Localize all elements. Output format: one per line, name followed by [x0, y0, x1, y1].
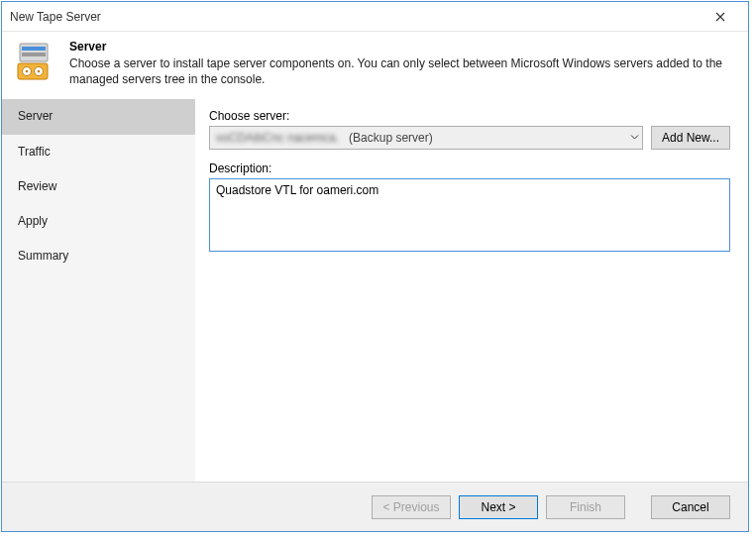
svg-rect-2 [22, 53, 46, 56]
next-button[interactable]: Next > [459, 495, 538, 519]
button-label: Cancel [672, 500, 708, 514]
sidebar-item-server[interactable]: Server [2, 99, 195, 134]
server-value-suffix: (Backup server) [349, 131, 433, 145]
sidebar-item-label: Traffic [18, 145, 51, 159]
sidebar-item-label: Summary [18, 249, 68, 263]
tape-server-icon [14, 40, 57, 83]
page-description: Choose a server to install tape server c… [69, 55, 736, 87]
server-dropdown[interactable]: voCDAibCnc nacemca. (Backup server) [209, 126, 643, 150]
server-select-wrap: voCDAibCnc nacemca. (Backup server) [209, 126, 643, 150]
button-label: < Previous [382, 500, 439, 514]
wizard-footer: < Previous Next > Finish Cancel [2, 482, 748, 531]
wizard-body: Server Traffic Review Apply Summary Choo… [2, 99, 748, 482]
svg-rect-1 [22, 47, 46, 51]
window-title: New Tape Server [10, 10, 701, 24]
button-label: Finish [570, 500, 601, 514]
button-label: Next > [481, 500, 515, 514]
sidebar-item-apply[interactable]: Apply [2, 204, 195, 239]
button-label: Add New... [662, 131, 719, 145]
sidebar-item-review[interactable]: Review [2, 169, 195, 204]
description-input[interactable]: Quadstore VTL for oameri.com [209, 178, 730, 252]
chevron-down-icon [630, 134, 639, 143]
wizard-content: Choose server: voCDAibCnc nacemca. (Back… [195, 99, 748, 482]
wizard-sidebar: Server Traffic Review Apply Summary [2, 99, 195, 482]
sidebar-item-label: Review [18, 179, 56, 193]
header-text: Server Choose a server to install tape s… [69, 40, 736, 87]
sidebar-item-traffic[interactable]: Traffic [2, 135, 195, 169]
add-new-button[interactable]: Add New... [651, 126, 730, 150]
svg-point-6 [26, 70, 29, 73]
sidebar-item-label: Apply [18, 214, 48, 228]
wizard-header: Server Choose a server to install tape s… [2, 32, 748, 99]
choose-server-label: Choose server: [209, 109, 730, 123]
previous-button: < Previous [372, 495, 451, 519]
finish-button: Finish [546, 495, 625, 519]
sidebar-item-summary[interactable]: Summary [2, 239, 195, 273]
titlebar: New Tape Server [2, 2, 748, 32]
close-button[interactable] [701, 3, 740, 31]
server-value-obscured: voCDAibCnc nacemca. [216, 131, 339, 145]
svg-point-7 [38, 70, 41, 73]
wizard-window: New Tape Server Server Choose a server t… [1, 1, 749, 532]
close-icon [715, 9, 725, 25]
page-title: Server [69, 40, 736, 54]
description-label: Description: [209, 162, 730, 175]
sidebar-item-label: Server [18, 109, 53, 123]
cancel-button[interactable]: Cancel [651, 495, 730, 519]
